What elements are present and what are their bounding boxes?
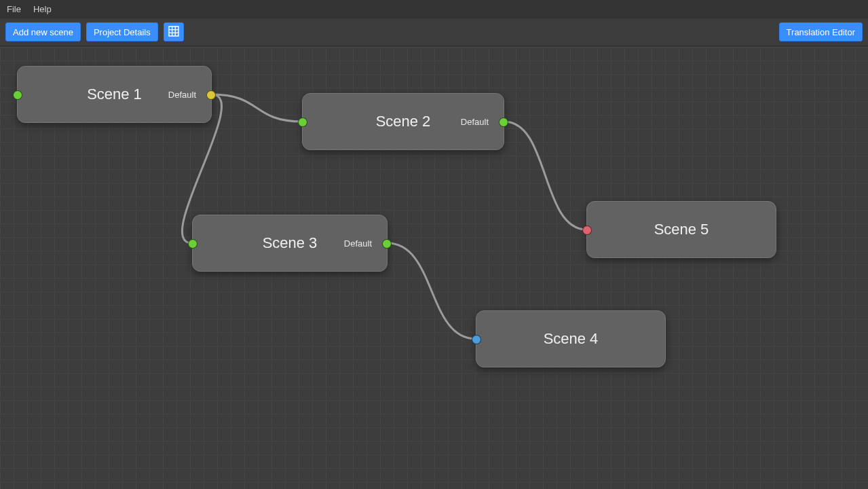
scene-node-scene1[interactable]: Scene 1Default — [17, 66, 212, 123]
pin-in[interactable] — [298, 117, 307, 127]
project-details-button[interactable]: Project Details — [86, 22, 158, 41]
scene-node-title: Scene 5 — [587, 221, 776, 238]
pin-out-label: Default — [344, 238, 372, 249]
pin-out-label: Default — [461, 117, 489, 127]
menubar: File Help — [0, 0, 868, 18]
menu-file[interactable]: File — [7, 4, 21, 14]
menu-help[interactable]: Help — [33, 4, 52, 14]
add-scene-button[interactable]: Add new scene — [5, 22, 81, 41]
grid-icon — [168, 26, 179, 39]
scene-node-title: Scene 1 — [18, 86, 211, 103]
pin-out[interactable] — [206, 90, 216, 100]
scene-node-scene5[interactable]: Scene 5 — [586, 201, 776, 258]
scene-node-scene4[interactable]: Scene 4 — [476, 310, 666, 367]
toolbar: Add new scene Project Details Translatio… — [0, 18, 868, 46]
pin-out[interactable] — [499, 117, 508, 127]
pin-in[interactable] — [582, 225, 592, 235]
edge-scene3-to-scene4 — [388, 243, 476, 339]
grid-toggle-button[interactable] — [164, 22, 184, 41]
scene-node-scene2[interactable]: Scene 2Default — [302, 93, 504, 150]
pin-in[interactable] — [188, 239, 197, 249]
pin-out[interactable] — [382, 239, 392, 249]
pin-in[interactable] — [472, 335, 481, 344]
edge-scene1-to-scene2 — [212, 94, 302, 122]
edge-scene2-to-scene5 — [504, 122, 586, 230]
scene-node-title: Scene 2 — [303, 113, 504, 130]
scene-node-title: Scene 3 — [193, 234, 387, 252]
translation-editor-button[interactable]: Translation Editor — [779, 22, 863, 41]
scene-node-scene3[interactable]: Scene 3Default — [192, 215, 388, 272]
pin-out-label: Default — [168, 90, 196, 100]
scene-graph-canvas[interactable]: Scene 1DefaultScene 2DefaultScene 3Defau… — [0, 47, 868, 489]
scene-node-title: Scene 4 — [476, 330, 665, 348]
pin-in[interactable] — [13, 90, 22, 100]
